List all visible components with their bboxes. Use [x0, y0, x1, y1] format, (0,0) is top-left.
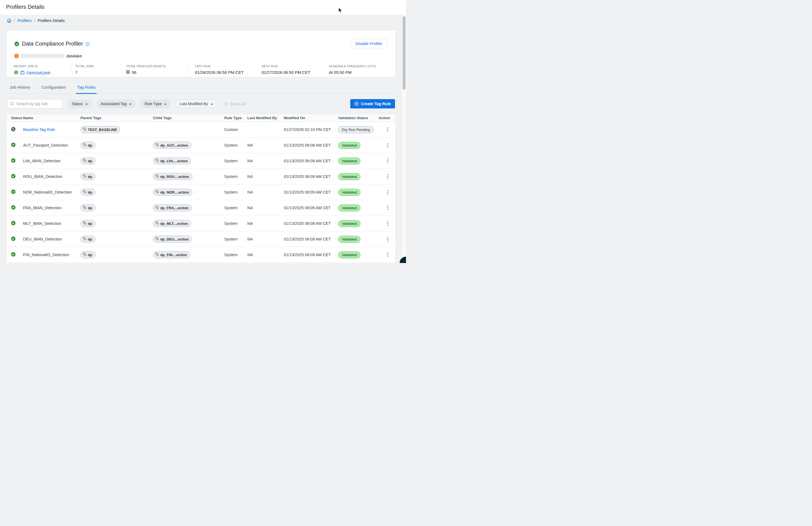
- modified-on-cell: 01/27/2026 02:10 PM CET: [284, 127, 338, 132]
- validation-status-badge: Validated: [338, 236, 360, 243]
- row-actions-kebab-icon[interactable]: [386, 236, 390, 243]
- tag-chip[interactable]: dp: [81, 189, 96, 196]
- page-title: Profilers Details: [6, 4, 44, 10]
- tag-icon: [83, 221, 86, 226]
- row-actions-kebab-icon[interactable]: [386, 220, 390, 227]
- caret-down-icon: [129, 102, 131, 106]
- tag-chip-label: dp_DEU....ection: [160, 237, 189, 241]
- stat-divider: [122, 63, 122, 75]
- column-header-name: Name: [23, 116, 81, 120]
- modified-on-cell: 01/13/2025 08:09 AM CET: [284, 159, 338, 163]
- status-enabled-icon: [11, 221, 23, 227]
- tag-chip-label: dp: [88, 190, 92, 194]
- tag-chip-label: dp_ROU....ection: [160, 175, 189, 179]
- tag-chip[interactable]: dp_MLT....ection: [153, 220, 191, 227]
- rule-name: FRA_IBAN_Detection: [23, 206, 81, 210]
- tag-chip[interactable]: dp: [81, 251, 96, 258]
- status-enabled-icon: [11, 158, 23, 164]
- tag-chip[interactable]: dp_ROU....ection: [153, 173, 192, 180]
- tag-chip-label: dp_MLT....ection: [160, 221, 188, 226]
- stat-divider: [72, 63, 72, 75]
- tag-chip[interactable]: dp: [81, 173, 96, 180]
- tab-configuration[interactable]: Configuration: [40, 85, 67, 94]
- table-row: ROU_IBAN_Detectiondpdp_ROU....ectionSyst…: [6, 169, 395, 185]
- breadcrumb-profilers-link[interactable]: Profilers: [17, 18, 32, 23]
- stat-label: LAST RUN: [195, 64, 244, 68]
- modified-on-cell: 01/13/2025 08:09 AM CET: [284, 206, 338, 210]
- profiler-stat: SCHEDULE FREQUENCY (UTC)At 05:50 PM: [329, 64, 376, 75]
- status-enabled-icon: [11, 252, 23, 258]
- tab-job-history[interactable]: Job History: [9, 85, 31, 94]
- tag-chip[interactable]: dp_AUT....ection: [153, 142, 191, 149]
- tag-icon: [155, 174, 159, 179]
- column-header-rule-type: Rule Type: [224, 116, 247, 120]
- scrollbar-thumb[interactable]: [403, 16, 405, 90]
- row-actions-kebab-icon[interactable]: [386, 126, 390, 133]
- create-tag-rule-button[interactable]: Create Tag Rule: [350, 99, 395, 108]
- tab-tag-rules[interactable]: Tag Rules: [76, 85, 97, 94]
- tag-icon: [83, 159, 86, 163]
- row-actions-kebab-icon[interactable]: [386, 158, 390, 164]
- row-actions-kebab-icon[interactable]: [386, 251, 390, 258]
- tag-icon: [155, 237, 159, 241]
- rule-name[interactable]: Baseline Tag Rule: [23, 127, 81, 132]
- modified-on-cell: 01/13/2025 08:09 AM CET: [284, 237, 338, 241]
- top-bar: Profilers Details: [0, 0, 406, 15]
- tag-chip[interactable]: dp_NOR....ection: [153, 189, 192, 196]
- help-fab[interactable]: [400, 257, 406, 263]
- tag-chip[interactable]: dp_FRA....ection: [153, 204, 192, 211]
- rule-type-cell: Custom: [224, 127, 247, 132]
- grid-icon: [126, 70, 130, 75]
- clear-all-filters[interactable]: Clear All: [224, 102, 245, 106]
- tag-chip-label: dp: [88, 206, 92, 210]
- search-input[interactable]: [16, 102, 60, 106]
- disable-profiler-button[interactable]: Disable Profiler: [350, 39, 388, 48]
- status-enabled-icon: [11, 189, 23, 195]
- table-row: FRA_IBAN_Detectiondpdp_FRA....ectionSyst…: [6, 200, 395, 216]
- filter-rule-type[interactable]: Rule Type: [140, 100, 171, 108]
- stat-value: 56: [126, 70, 165, 75]
- tag-chip[interactable]: dp_LVA....ection: [153, 157, 191, 164]
- column-header-status: Status: [11, 116, 23, 120]
- tag-chip-label: dp: [88, 175, 92, 179]
- create-tag-rule-label: Create Tag Rule: [361, 102, 391, 106]
- tag-rule-search[interactable]: [7, 99, 63, 108]
- validation-status-badge: Validated: [338, 158, 360, 164]
- filter-associated-tag[interactable]: Associated Tag: [97, 100, 136, 108]
- parent-tags-cell: dp: [81, 142, 153, 149]
- status-enabled-icon: [11, 174, 23, 179]
- row-actions-kebab-icon[interactable]: [386, 205, 390, 211]
- row-actions-kebab-icon[interactable]: [386, 142, 390, 149]
- profiler-stat: NEXT RUN01/27/2026 06:50 PM CET: [262, 64, 310, 75]
- tag-chip[interactable]: TEST_BASELINE: [81, 126, 120, 133]
- home-icon[interactable]: [7, 18, 12, 23]
- validation-status-badge: Validated: [338, 173, 360, 180]
- profiler-stat: TOTAL JOBS7: [75, 64, 94, 75]
- tag-chip[interactable]: dp: [81, 142, 96, 149]
- profiler-summary-card: Data Compliance Profiler ? C datalake RE…: [6, 30, 395, 77]
- modified-on-cell: 01/13/2025 08:09 AM CET: [284, 174, 338, 179]
- filter-status[interactable]: Status: [68, 100, 92, 108]
- scrollbar-track[interactable]: [402, 15, 406, 263]
- tag-chip-label: dp_FRA....ection: [160, 206, 189, 210]
- column-header-last-modified-by: Last Modified By: [247, 116, 284, 120]
- row-actions-kebab-icon[interactable]: [386, 189, 390, 196]
- row-actions-kebab-icon[interactable]: [386, 173, 390, 180]
- filter-last-modified-by[interactable]: Last Modified By: [175, 100, 217, 108]
- column-header-child-tags: Child Tags: [153, 116, 224, 120]
- tag-chip[interactable]: dp: [81, 236, 96, 243]
- tag-chip[interactable]: dp_FIN....ection: [153, 251, 190, 258]
- tag-chip[interactable]: dp: [81, 204, 96, 211]
- profiler-stat: LAST RUN01/26/2026 06:50 PM CET: [195, 64, 244, 75]
- tag-chip[interactable]: dp: [81, 220, 96, 227]
- tag-chip[interactable]: dp_DEU....ection: [153, 236, 192, 243]
- recent-job-id-link[interactable]: O6NSMQW6: [26, 71, 50, 75]
- breadcrumb-separator: /: [14, 18, 15, 23]
- validation-status-cell: Dry Run Pending: [338, 126, 379, 133]
- tag-chip[interactable]: dp: [81, 157, 96, 164]
- tag-chip-label: TEST_BASELINE: [88, 128, 117, 132]
- child-tags-cell: dp_DEU....ection: [153, 236, 224, 243]
- last-modified-by-cell: NA: [247, 159, 284, 163]
- table-row: FIN_NationalID_Detectiondpdp_FIN....ecti…: [6, 247, 395, 263]
- rule-name: FIN_NationalID_Detection: [23, 252, 81, 257]
